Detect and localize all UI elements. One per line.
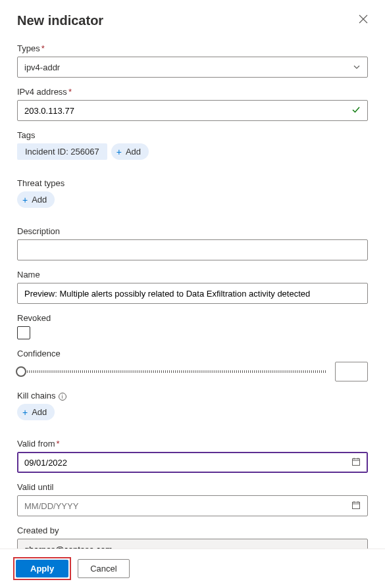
created-by-label: Created by [17, 526, 368, 535]
name-input[interactable] [17, 283, 368, 304]
types-label: Types* [17, 43, 368, 53]
svg-rect-0 [353, 458, 360, 465]
plus-icon: + [22, 408, 28, 417]
revoked-label: Revoked [17, 313, 368, 323]
apply-highlight: Apply [13, 557, 71, 580]
name-field[interactable] [24, 289, 361, 299]
valid-from-label: Valid from* [17, 439, 368, 449]
types-value: ipv4-addr [24, 62, 60, 72]
tag-chip[interactable]: Incident ID: 256067 [17, 143, 107, 160]
tags-add-button[interactable]: +Add [111, 143, 149, 160]
info-icon[interactable]: i [59, 393, 66, 401]
valid-from-field[interactable] [24, 458, 351, 468]
description-label: Description [17, 226, 368, 236]
apply-button[interactable]: Apply [16, 560, 68, 577]
cancel-button[interactable]: Cancel [78, 559, 129, 578]
slider-thumb[interactable] [16, 366, 26, 377]
threat-types-label: Threat types [17, 178, 368, 188]
revoked-checkbox[interactable] [17, 326, 30, 339]
calendar-icon[interactable] [351, 457, 361, 468]
plus-icon: + [116, 147, 122, 157]
calendar-icon[interactable] [351, 501, 361, 512]
svg-rect-4 [353, 502, 360, 508]
ipv4-input[interactable] [17, 100, 368, 121]
types-dropdown[interactable]: ipv4-addr [17, 57, 368, 78]
form-scroll-area[interactable]: Types* ipv4-addr IPv4 address* Tags Inci… [0, 37, 385, 549]
panel-title: New indicator [17, 13, 103, 28]
tags-label: Tags [17, 130, 368, 140]
kill-chains-label: Kill chainsi [17, 391, 368, 401]
valid-until-field[interactable] [24, 501, 351, 511]
description-field[interactable] [24, 245, 361, 255]
confidence-value-input[interactable] [335, 362, 368, 381]
valid-until-label: Valid until [17, 482, 368, 492]
plus-icon: + [22, 195, 28, 205]
ipv4-label: IPv4 address* [17, 87, 368, 97]
threat-types-add-button[interactable]: +Add [17, 191, 55, 208]
name-label: Name [17, 270, 368, 280]
ipv4-input-field[interactable] [24, 106, 351, 116]
valid-until-input[interactable] [17, 495, 368, 516]
footer: Apply Cancel [0, 549, 385, 588]
confidence-slider[interactable] [17, 370, 327, 373]
description-input[interactable] [17, 239, 368, 260]
confidence-label: Confidence [17, 349, 368, 358]
check-icon [351, 105, 361, 116]
kill-chains-add-button[interactable]: +Add [17, 404, 55, 420]
created-by-input [17, 539, 368, 549]
chevron-down-icon [353, 63, 361, 71]
valid-from-input[interactable] [17, 452, 368, 473]
close-icon[interactable] [356, 12, 371, 29]
